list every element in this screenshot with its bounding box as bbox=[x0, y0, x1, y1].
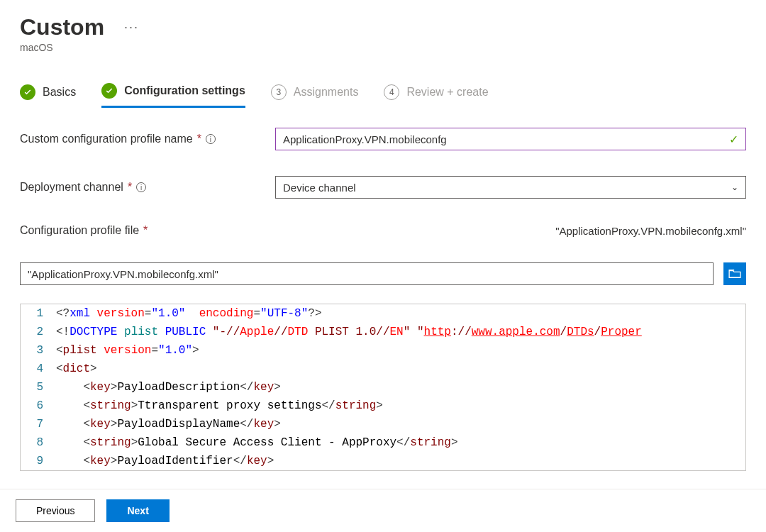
browse-file-button[interactable] bbox=[723, 262, 746, 285]
line-number: 5 bbox=[21, 378, 56, 397]
step-label: Review + create bbox=[406, 86, 488, 99]
line-number: 3 bbox=[21, 341, 56, 360]
step-assignments[interactable]: 3 Assignments bbox=[271, 84, 359, 107]
field-label: Configuration profile file * bbox=[20, 224, 261, 237]
profile-file-path-input[interactable]: "ApplicationProxy.VPN.mobileconfg.xml" bbox=[20, 262, 714, 285]
label-text: Custom configuration profile name bbox=[20, 133, 193, 145]
next-button[interactable]: Next bbox=[106, 499, 169, 522]
profile-file-field: Configuration profile file * "Applicatio… bbox=[20, 224, 746, 237]
uploaded-file-name: "ApplicationProxy.VPN.mobileconfg.xml" bbox=[555, 225, 746, 237]
step-review-create[interactable]: 4 Review + create bbox=[384, 84, 488, 107]
checkmark-icon bbox=[20, 84, 35, 100]
line-number: 7 bbox=[21, 415, 56, 433]
line-number: 1 bbox=[21, 304, 56, 323]
step-label: Assignments bbox=[294, 86, 359, 99]
field-label: Custom configuration profile name * i bbox=[20, 133, 261, 145]
wizard-steps: Basics Configuration settings 3 Assignme… bbox=[20, 83, 746, 108]
input-value: "ApplicationProxy.VPN.mobileconfg.xml" bbox=[28, 268, 218, 280]
code-line: <plist version="1.0"> bbox=[56, 341, 745, 360]
select-value: Device channel bbox=[283, 182, 356, 194]
line-number: 9 bbox=[21, 452, 56, 470]
validation-check-icon: ✓ bbox=[729, 133, 738, 146]
line-number: 8 bbox=[21, 433, 56, 452]
code-line: <!DOCTYPE plist PUBLIC "-//Apple//DTD PL… bbox=[56, 323, 745, 341]
previous-button[interactable]: Previous bbox=[16, 499, 95, 522]
code-line: <key>PayloadDisplayName</key> bbox=[56, 415, 745, 433]
required-indicator: * bbox=[128, 181, 132, 194]
page-title: Custom bbox=[20, 14, 104, 40]
step-label: Configuration settings bbox=[124, 84, 245, 97]
code-line: <key>PayloadDescription</key> bbox=[56, 378, 745, 397]
more-actions-button[interactable]: ··· bbox=[124, 20, 139, 35]
chevron-down-icon: ⌄ bbox=[731, 182, 738, 192]
line-number: 6 bbox=[21, 397, 56, 415]
checkmark-icon bbox=[101, 83, 117, 99]
line-number: 2 bbox=[21, 323, 56, 341]
code-line: <dict> bbox=[56, 360, 745, 378]
folder-icon bbox=[728, 269, 741, 279]
code-line: <?xml version="1.0" encoding="UTF-8"?> bbox=[56, 304, 745, 323]
profile-name-field: Custom configuration profile name * i Ap… bbox=[20, 128, 746, 150]
code-line: <string>Ttransparent proxy settings</str… bbox=[56, 397, 745, 415]
label-text: Configuration profile file bbox=[20, 224, 139, 237]
profile-name-input[interactable]: ApplicationProxy.VPN.mobileconfg ✓ bbox=[275, 128, 746, 150]
wizard-footer: Previous Next bbox=[0, 489, 766, 532]
info-icon[interactable]: i bbox=[136, 182, 146, 192]
info-icon[interactable]: i bbox=[206, 134, 216, 144]
profile-file-path-row: "ApplicationProxy.VPN.mobileconfg.xml" bbox=[20, 262, 746, 285]
input-value: ApplicationProxy.VPN.mobileconfg bbox=[283, 133, 729, 145]
required-indicator: * bbox=[197, 133, 201, 145]
code-line: <string>Global Secure Access Client - Ap… bbox=[56, 433, 745, 452]
required-indicator: * bbox=[143, 224, 148, 237]
deployment-channel-field: Deployment channel * i Device channel ⌄ bbox=[20, 176, 746, 199]
step-number-badge: 3 bbox=[271, 84, 287, 100]
label-text: Deployment channel bbox=[20, 181, 123, 194]
step-number-badge: 4 bbox=[384, 84, 399, 100]
line-number: 4 bbox=[21, 360, 56, 378]
code-line: <key>PayloadIdentifier</key> bbox=[56, 452, 745, 470]
xml-code-viewer: 1<?xml version="1.0" encoding="UTF-8"?> … bbox=[20, 304, 746, 471]
deployment-channel-select[interactable]: Device channel ⌄ bbox=[275, 176, 746, 199]
step-basics[interactable]: Basics bbox=[20, 84, 76, 107]
page-subtitle: macOS bbox=[20, 42, 746, 53]
step-configuration-settings[interactable]: Configuration settings bbox=[101, 83, 245, 108]
step-label: Basics bbox=[43, 86, 76, 99]
field-label: Deployment channel * i bbox=[20, 181, 261, 194]
